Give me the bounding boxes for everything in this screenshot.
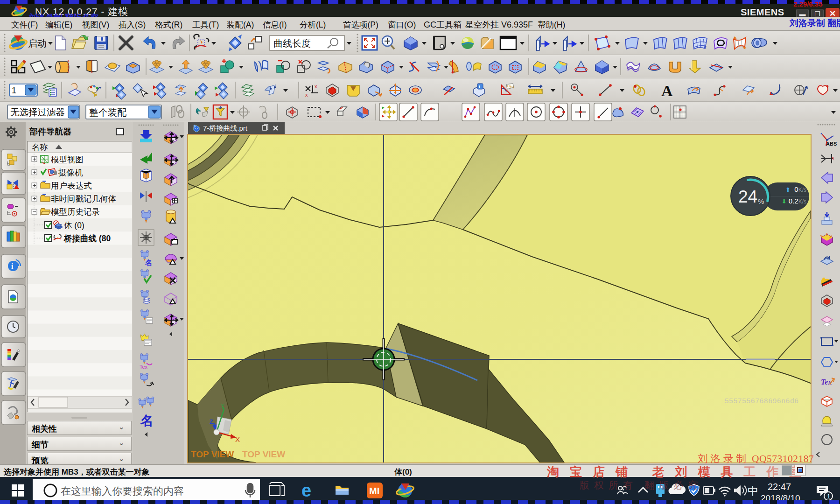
svg-text:模型历史记录: 模型历史记录 — [51, 207, 100, 217]
svg-text:i: i — [11, 262, 14, 270]
svg-text:e: e — [301, 481, 311, 500]
svg-text:1: 1 — [12, 86, 16, 95]
svg-text:中: 中 — [748, 485, 758, 497]
svg-text:名: 名 — [145, 259, 152, 266]
svg-text:名称: 名称 — [32, 143, 48, 152]
svg-text:启动: 启动 — [28, 38, 47, 49]
svg-text:桥接曲线 (80: 桥接曲线 (80 — [63, 234, 111, 243]
svg-text:TOP VIEW: TOP VIEW — [242, 449, 285, 459]
svg-text:%: % — [758, 197, 764, 205]
svg-text:Z: Z — [210, 418, 213, 425]
svg-text:曲线长度: 曲线长度 — [273, 38, 311, 49]
svg-text:MI: MI — [369, 486, 379, 496]
svg-text:体 (0): 体 (0) — [64, 221, 84, 230]
svg-text:在这里输入你要搜索的内容: 在这里输入你要搜索的内容 — [61, 485, 184, 497]
svg-text:无选择过滤器: 无选择过滤器 — [10, 107, 65, 117]
svg-text:ABS: ABS — [826, 141, 837, 147]
svg-text:x: x — [315, 84, 317, 89]
svg-text:非时间戳记几何体: 非时间戳记几何体 — [51, 194, 117, 203]
svg-text:x: x — [305, 92, 308, 98]
svg-text:1: 1 — [827, 493, 830, 500]
svg-text:TOP VIEW: TOP VIEW — [191, 449, 234, 459]
svg-text:模型视图: 模型视图 — [51, 155, 84, 164]
svg-text:Tex: Tex — [140, 364, 148, 370]
svg-text:A: A — [661, 82, 673, 99]
svg-text:22:47: 22:47 — [768, 482, 791, 492]
svg-text:Y: Y — [221, 403, 224, 409]
svg-text:5557556768696n6d6: 5557556768696n6d6 — [725, 397, 799, 405]
svg-text:摄像机: 摄像机 — [58, 168, 83, 177]
svg-text:x: x — [832, 155, 834, 161]
svg-text:7-桥接曲线.prt: 7-桥接曲线.prt — [203, 124, 248, 132]
svg-text:X: X — [235, 435, 240, 443]
svg-text:整个装配: 整个装配 — [89, 107, 126, 118]
svg-text:i: i — [479, 84, 480, 89]
svg-text:用户表达式: 用户表达式 — [51, 181, 92, 190]
svg-text:名: 名 — [140, 413, 154, 428]
svg-text:24: 24 — [738, 187, 757, 206]
